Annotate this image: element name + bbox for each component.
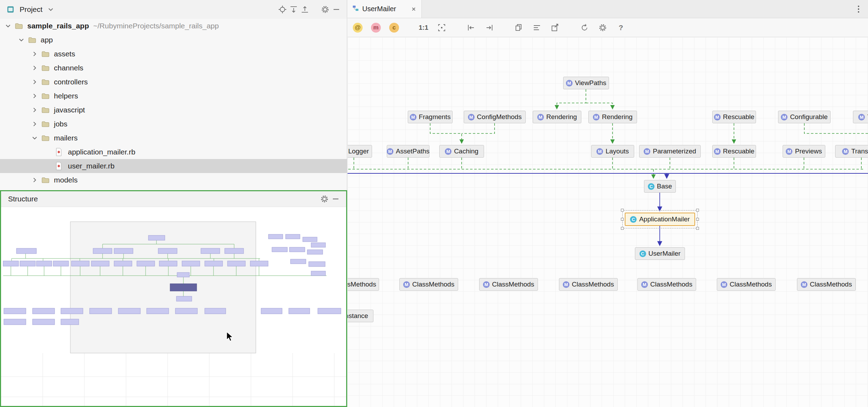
show-outgoing-edges-button[interactable] [484,22,495,33]
diagram-node-rescuable[interactable]: MRescuable [712,145,756,158]
hide-panel-button[interactable] [331,4,342,15]
diagram-node-fragments[interactable]: MFragments [408,111,453,123]
tree-item-sample-rails-app[interactable]: sample_rails_app~/RubymineProjects/sampl… [0,19,347,33]
diagram-node-viewpaths[interactable]: MViewPaths [563,77,609,89]
collapse-all-button[interactable] [299,4,310,15]
hide-panel-button[interactable] [330,193,341,205]
selection-handle[interactable] [621,209,624,212]
apply-layout-button[interactable] [532,22,542,33]
selection-handle[interactable] [696,209,699,212]
tree-item-jobs[interactable]: jobs [0,117,347,131]
node-label: Parameterized [653,147,696,155]
folder-icon [28,36,37,43]
diagram-node-configmethods[interactable]: MConfigMethods [464,111,526,123]
chevron-down-icon[interactable] [4,23,13,29]
more-options-icon[interactable] [853,4,864,15]
diagram-node-classmethods[interactable]: MClassMethods [348,278,379,291]
selection-handle[interactable] [621,227,624,230]
node-label: ClassMethods [572,281,614,288]
diagram-node-assetpaths[interactable]: MAssetPaths [387,145,429,158]
diagram-node-previews[interactable]: MPreviews [783,145,825,158]
chevron-right-icon[interactable] [30,107,39,113]
module-icon: M [714,114,721,120]
help-button[interactable]: ? [616,22,626,33]
show-constants-toggle[interactable]: c [389,22,399,33]
module-icon: M [842,148,849,155]
diagram-node-classmethods[interactable]: MClassMethods [479,278,538,291]
module-icon: M [596,148,603,155]
diagram-node-classmethods[interactable]: MClassMethods [399,278,458,291]
chevron-down-icon[interactable] [17,37,26,43]
diagram-node-rendering[interactable]: MRendering [588,111,637,123]
node-label: ClassMethods [412,281,454,288]
tab-usermailer[interactable]: UserMailer [348,0,422,18]
refresh-button[interactable] [579,22,590,33]
actual-size-button[interactable]: 1:1 [418,22,429,33]
diagram-toolbar: @ m c 1:1 ? [348,18,868,37]
tree-item-label: user_mailer.rb [68,162,114,170]
copy-diagram-button[interactable] [513,22,524,33]
tree-item-mailers[interactable]: mailers [0,131,347,145]
expand-all-button[interactable] [288,4,299,15]
selection-handle[interactable] [696,227,699,230]
settings-gear-icon[interactable] [319,193,330,205]
show-incoming-edges-button[interactable] [466,22,476,33]
diagram-node-translation[interactable]: MTranslation [835,145,868,158]
node-label: ClassMethods [650,281,692,288]
settings-gear-icon[interactable] [597,22,608,33]
diagram-node-translation[interactable]: MTranslation [853,111,868,123]
diagram-node-rendering[interactable]: MRendering [533,111,581,123]
show-attributes-toggle[interactable]: @ [352,22,363,33]
diagram-node-rescuable[interactable]: MRescuable [712,111,756,123]
tree-item-channels[interactable]: channels [0,61,347,75]
diagram-node-base[interactable]: CBase [644,180,676,193]
chevron-right-icon[interactable] [30,121,39,127]
diagram-canvas[interactable]: MViewPathsMFragmentsMConfigMethodsMRende… [348,37,868,407]
node-label: ViewPaths [575,79,606,87]
tree-item-controllers[interactable]: controllers [0,75,347,89]
diagram-node-logger[interactable]: MLogger [348,145,372,158]
settings-gear-icon[interactable] [320,4,331,15]
tree-item-javascript[interactable]: javascript [0,103,347,117]
close-tab-icon[interactable] [411,6,416,12]
diagram-node-caching[interactable]: MCaching [439,145,484,158]
chevron-right-icon[interactable] [30,79,39,85]
tree-item-app[interactable]: app [0,33,347,47]
diagram-node-usermailer[interactable]: CUserMailer [635,247,685,260]
diagram-node-classmethods[interactable]: MClassMethods [717,278,776,291]
node-label: Rendering [602,113,633,121]
diagram-edges [348,37,868,407]
folder-icon [41,64,50,71]
chevron-down-icon[interactable] [45,4,56,15]
diagram-node-classmethods[interactable]: MClassMethods [797,278,856,291]
diagram-node-configurable[interactable]: MConfigurable [778,111,831,123]
selection-handle[interactable] [621,218,624,221]
diagram-node-parameterized[interactable]: MParameterized [639,145,701,158]
tree-item-label: models [54,176,78,184]
ruby-file-icon [55,148,64,156]
chevron-down-icon[interactable] [30,135,39,141]
tree-item-application-mailer-rb[interactable]: application_mailer.rb [0,145,347,159]
tree-item-assets[interactable]: assets [0,47,347,61]
show-methods-toggle[interactable]: m [371,22,381,33]
chevron-right-icon[interactable] [30,93,39,99]
diagram-node-layouts[interactable]: MLayouts [591,145,634,158]
diagram-node-classmethods[interactable]: MClassMethods [637,278,696,291]
tree-item-models[interactable]: models [0,173,347,187]
diagram-node-classmethods[interactable]: MClassMethods [559,278,618,291]
chevron-right-icon[interactable] [30,51,39,57]
node-label: Layouts [606,147,629,155]
diagram-minimap[interactable] [1,207,346,406]
class-icon: C [648,183,654,190]
diagram-node-instance[interactable]: MInstance [348,310,373,322]
chevron-right-icon[interactable] [30,177,39,183]
tree-item-user-mailer-rb[interactable]: user_mailer.rb [0,159,347,173]
diagram-node-applicationmailer[interactable]: CApplicationMailer [625,213,695,226]
tree-item-helpers[interactable]: helpers [0,89,347,103]
fit-content-button[interactable] [436,22,447,33]
chevron-right-icon[interactable] [30,65,39,71]
selection-handle[interactable] [696,218,699,221]
locate-file-button[interactable] [277,4,288,15]
node-label: Base [657,182,672,190]
export-diagram-button[interactable] [550,22,560,33]
